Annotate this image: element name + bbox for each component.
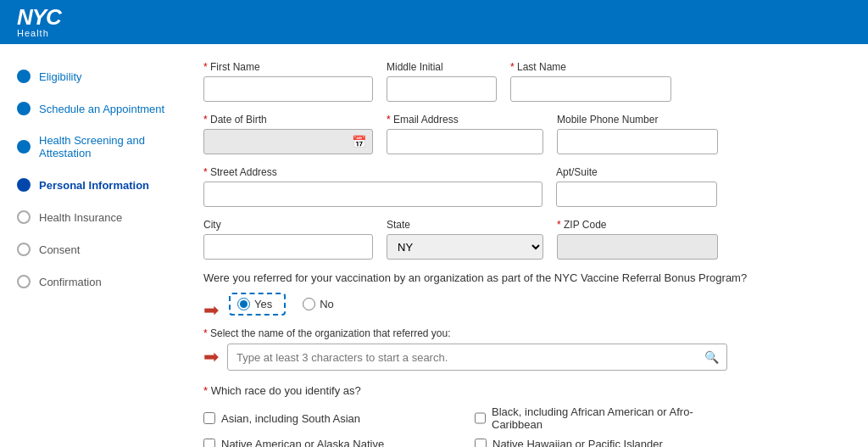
arrow-icon-referral: ➡ — [203, 299, 219, 321]
no-label: No — [320, 298, 334, 310]
yes-radio[interactable] — [237, 298, 250, 310]
zip-input[interactable]: 20011 — [557, 234, 718, 260]
city-state-zip-row: City NYC State NY NJ CT * ZIP Code — [203, 219, 822, 260]
first-name-input[interactable] — [203, 76, 373, 102]
consent-dot — [17, 243, 31, 256]
apt-label: Apt/Suite — [556, 166, 717, 178]
eligibility-dot — [17, 70, 31, 83]
personal-info-dot — [17, 178, 31, 192]
middle-initial-label: Middle Initial — [387, 61, 497, 73]
nyc-logo: NYC Health — [17, 6, 61, 38]
zip-group: * ZIP Code 20011 — [557, 219, 718, 260]
sidebar-item-eligibility[interactable]: Eligibility — [17, 70, 170, 83]
dob-label: * Date of Birth — [203, 114, 373, 126]
race-black[interactable]: Black, including African American or Afr… — [475, 405, 712, 431]
race-black-checkbox[interactable] — [475, 412, 486, 424]
street-input[interactable] — [203, 182, 542, 207]
dob-wrapper: 1/1/2000 📅 — [203, 129, 373, 154]
city-label: City — [203, 219, 373, 231]
street-group: * Street Address — [203, 166, 542, 207]
race-question-label: * Which race do you identify as? — [203, 384, 822, 397]
mobile-input[interactable] — [557, 129, 718, 154]
content-area: * First Name Middle Initial * Last Name — [186, 44, 848, 447]
city-input[interactable]: NYC — [203, 234, 373, 260]
confirmation-label: Confirmation — [39, 276, 102, 288]
sidebar-item-schedule[interactable]: Schedule an Appointment — [17, 102, 170, 115]
referral-options: Yes No — [227, 293, 334, 316]
sidebar: Eligibility Schedule an Appointment Heal… — [0, 44, 186, 447]
yes-option[interactable]: Yes — [229, 293, 286, 316]
yes-label: Yes — [254, 298, 272, 310]
first-name-group: * First Name — [203, 61, 373, 102]
race-native-american[interactable]: Native American or Alaska Native — [203, 438, 441, 447]
org-search-row: ➡ 🔍 — [203, 344, 822, 371]
race-asian-checkbox[interactable] — [203, 412, 215, 424]
middle-initial-input[interactable] — [387, 76, 497, 102]
middle-initial-group: Middle Initial — [387, 61, 497, 102]
consent-label: Consent — [39, 243, 80, 256]
confirmation-dot — [17, 275, 31, 288]
no-radio[interactable] — [303, 298, 315, 310]
referral-options-row: ➡ Yes No — [203, 293, 822, 327]
org-label: * Select the name of the organization th… — [203, 327, 822, 339]
logo-sub: Health — [17, 28, 49, 38]
logo-text: NYC — [17, 6, 61, 28]
state-select[interactable]: NY NJ CT — [387, 234, 543, 260]
dob-input[interactable]: 1/1/2000 — [203, 129, 373, 154]
state-group: State NY NJ CT — [387, 219, 543, 260]
health-screening-label: Health Screening and Attestation — [39, 134, 170, 159]
sidebar-item-health-screening[interactable]: Health Screening and Attestation — [17, 134, 170, 159]
name-row: * First Name Middle Initial * Last Name — [203, 61, 822, 102]
referral-question-text: Were you referred for your vaccination b… — [203, 271, 822, 284]
first-name-label: * First Name — [203, 61, 373, 73]
address-row: * Street Address Apt/Suite — [203, 166, 822, 207]
city-group: City NYC — [203, 219, 373, 260]
race-native-american-checkbox[interactable] — [203, 439, 215, 448]
last-name-group: * Last Name — [510, 61, 671, 102]
dob-group: * Date of Birth 1/1/2000 📅 — [203, 114, 373, 154]
search-icon: 🔍 — [704, 350, 719, 364]
arrow-icon-org: ➡ — [203, 346, 219, 368]
schedule-label: Schedule an Appointment — [39, 103, 164, 115]
apt-input[interactable] — [556, 182, 717, 207]
personal-info-label: Personal Information — [39, 179, 149, 192]
header: NYC Health — [0, 0, 868, 44]
race-asian[interactable]: Asian, including South Asian — [203, 405, 441, 431]
dob-email-row: * Date of Birth 1/1/2000 📅 * Email Addre… — [203, 114, 822, 154]
last-name-input[interactable] — [510, 76, 671, 102]
org-search-wrapper: 🔍 — [227, 344, 727, 371]
no-option[interactable]: No — [303, 298, 334, 310]
email-group: * Email Address — [387, 114, 543, 154]
health-insurance-dot — [17, 210, 31, 224]
calendar-icon: 📅 — [352, 135, 366, 148]
mobile-group: Mobile Phone Number — [557, 114, 718, 154]
apt-group: Apt/Suite — [556, 166, 717, 207]
health-screening-dot — [17, 140, 31, 154]
sidebar-item-consent[interactable]: Consent — [17, 243, 170, 256]
eligibility-label: Eligibility — [39, 70, 82, 83]
race-hawaiian-checkbox[interactable] — [475, 439, 487, 448]
schedule-dot — [17, 102, 31, 115]
state-label: State — [387, 219, 543, 231]
race-hawaiian[interactable]: Native Hawaiian or Pacific Islander — [475, 438, 712, 447]
mobile-label: Mobile Phone Number — [557, 114, 718, 126]
org-search-input[interactable] — [227, 344, 727, 371]
main-layout: Eligibility Schedule an Appointment Heal… — [0, 44, 868, 447]
race-options-grid: Asian, including South Asian Black, incl… — [203, 405, 712, 447]
zip-label: * ZIP Code — [557, 219, 718, 231]
email-label: * Email Address — [387, 114, 543, 126]
sidebar-item-health-insurance[interactable]: Health Insurance — [17, 210, 170, 224]
sidebar-item-confirmation[interactable]: Confirmation — [17, 275, 170, 288]
health-insurance-label: Health Insurance — [39, 211, 122, 224]
street-label: * Street Address — [203, 166, 542, 178]
last-name-label: * Last Name — [510, 61, 671, 73]
email-input[interactable] — [387, 129, 543, 154]
sidebar-item-personal-info[interactable]: Personal Information — [17, 178, 170, 192]
